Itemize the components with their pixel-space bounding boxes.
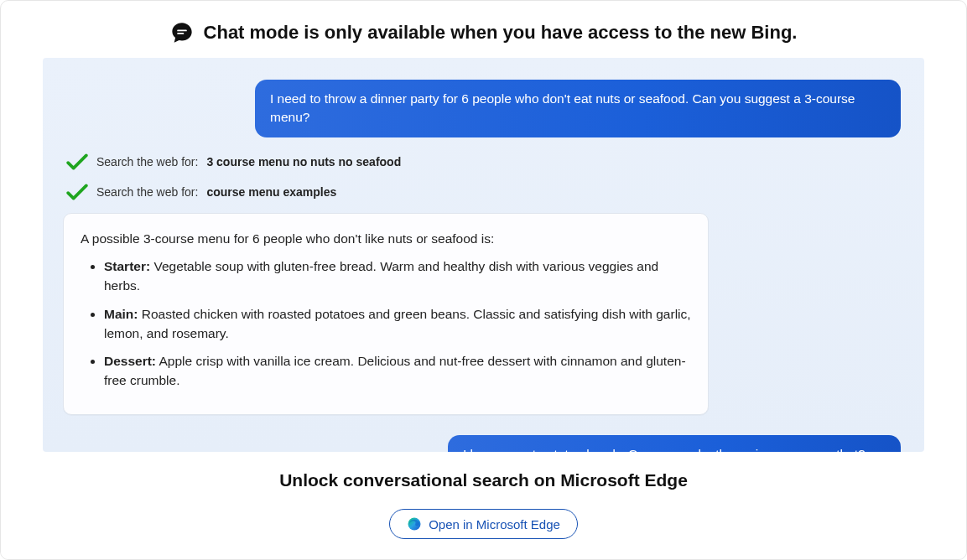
- chat-transcript: I need to throw a dinner party for 6 peo…: [43, 58, 924, 452]
- assistant-response-card: A possible 3-course menu for 6 people wh…: [63, 213, 709, 415]
- header-title: Chat mode is only available when you hav…: [204, 22, 798, 44]
- check-icon: [66, 153, 88, 171]
- svg-rect-1: [177, 33, 184, 34]
- footer-title: Unlock conversational search on Microsof…: [1, 470, 966, 490]
- edge-icon: [407, 516, 422, 531]
- header-banner: Chat mode is only available when you hav…: [1, 1, 966, 58]
- item-text: Vegetable soup with gluten-free bread. W…: [104, 259, 658, 293]
- menu-list: Starter: Vegetable soup with gluten-free…: [81, 257, 691, 391]
- svg-rect-0: [177, 30, 187, 32]
- footer: Unlock conversational search on Microsof…: [1, 452, 966, 560]
- open-in-edge-button[interactable]: Open in Microsoft Edge: [389, 509, 578, 539]
- item-label: Dessert:: [104, 354, 156, 368]
- chat-bubble-icon: [170, 21, 194, 44]
- item-label: Starter:: [104, 259, 150, 273]
- user-message: I have sweet potato already. Can you mak…: [448, 435, 901, 452]
- list-item: Main: Roasted chicken with roasted potat…: [104, 304, 691, 344]
- user-message: I need to throw a dinner party for 6 peo…: [255, 80, 901, 137]
- open-in-edge-label: Open in Microsoft Edge: [429, 517, 560, 531]
- item-text: Apple crisp with vanilla ice cream. Deli…: [104, 354, 686, 387]
- check-icon: [66, 183, 88, 201]
- list-item: Starter: Vegetable soup with gluten-free…: [104, 257, 691, 296]
- list-item: Dessert: Apple crisp with vanilla ice cr…: [104, 351, 691, 391]
- search-status-line: Search the web for: 3 course menu no nut…: [66, 153, 904, 171]
- item-label: Main:: [104, 307, 138, 321]
- item-text: Roasted chicken with roasted potatoes an…: [104, 307, 691, 340]
- search-prefix: Search the web for:: [96, 185, 198, 199]
- search-prefix: Search the web for:: [96, 155, 198, 169]
- assistant-intro: A possible 3-course menu for 6 people wh…: [81, 229, 691, 248]
- search-query: 3 course menu no nuts no seafood: [206, 155, 401, 169]
- search-status-line: Search the web for: course menu examples: [66, 183, 904, 201]
- search-query: course menu examples: [206, 185, 336, 199]
